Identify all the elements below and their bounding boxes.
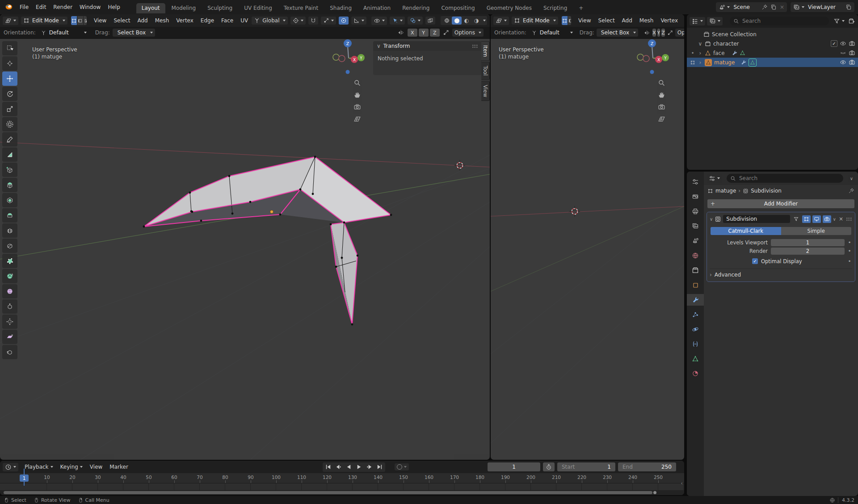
vertex-select-button[interactable] bbox=[71, 16, 77, 25]
region-collapse-arrow[interactable]: ‹ bbox=[681, 480, 683, 486]
play-button[interactable] bbox=[354, 463, 364, 471]
timeline-scroll-track[interactable] bbox=[0, 490, 684, 495]
timeline-ruler[interactable]: 1 10 20 30 40 50 60 70 80 90 bbox=[0, 473, 684, 483]
matuge-hide-eye-icon[interactable] bbox=[840, 59, 846, 66]
optimal-display-animate-dot[interactable]: • bbox=[848, 258, 851, 265]
mirror-z-button[interactable]: Z bbox=[430, 29, 440, 37]
tab-output[interactable] bbox=[687, 206, 704, 217]
tab-texture-paint[interactable]: Texture Paint bbox=[278, 3, 324, 13]
tool-rip-region[interactable] bbox=[2, 345, 17, 359]
menu-add-right[interactable]: Add bbox=[618, 17, 636, 24]
tab-modifiers[interactable] bbox=[687, 294, 704, 306]
character-expand-icon[interactable]: ∨ bbox=[698, 41, 702, 47]
play-reverse-button[interactable] bbox=[344, 463, 354, 471]
properties-search[interactable] bbox=[727, 174, 843, 183]
camera-view-icon[interactable] bbox=[353, 103, 361, 111]
tool-knife[interactable] bbox=[2, 239, 17, 253]
properties-options-button[interactable]: ∨ bbox=[848, 175, 855, 182]
timeline-scrollbar[interactable] bbox=[4, 491, 652, 494]
modifier-on-cage-toggle[interactable] bbox=[792, 215, 800, 223]
navigation-gizmo[interactable]: Z X Y bbox=[329, 38, 374, 78]
pin-id-icon[interactable] bbox=[848, 188, 854, 194]
tab-tool[interactable] bbox=[687, 176, 704, 188]
modifier-drag-handle[interactable] bbox=[846, 217, 852, 221]
transform-panel-header[interactable]: ∨ Transform bbox=[373, 41, 482, 51]
mirror-y-button[interactable]: Y bbox=[419, 29, 429, 37]
tab-animation[interactable]: Animation bbox=[358, 3, 396, 13]
menu-keying[interactable]: Keying bbox=[57, 464, 86, 470]
tab-world[interactable] bbox=[687, 250, 704, 261]
tool-add-cube[interactable] bbox=[2, 163, 17, 177]
tab-geometry-nodes[interactable]: Geometry Nodes bbox=[481, 3, 537, 13]
tool-loop-cut[interactable] bbox=[2, 223, 17, 238]
matuge-modifier-wrench-icon[interactable] bbox=[740, 59, 746, 65]
sidebar-tab-tool[interactable]: Tool bbox=[481, 62, 490, 80]
scene-selector[interactable]: Scene × bbox=[716, 2, 787, 12]
tool-edge-slide[interactable] bbox=[2, 299, 17, 314]
breadcrumb-modifier[interactable]: Subdivision bbox=[751, 188, 782, 194]
jump-to-start-button[interactable] bbox=[323, 463, 333, 471]
menu-window[interactable]: Window bbox=[76, 4, 104, 10]
properties-search-input[interactable] bbox=[738, 175, 840, 182]
menu-uv[interactable]: UV bbox=[237, 17, 252, 24]
tab-compositing[interactable]: Compositing bbox=[436, 3, 480, 13]
drag-dropdown-right[interactable]: Select Box bbox=[597, 29, 638, 37]
tool-shrink-fatten[interactable] bbox=[2, 315, 17, 329]
tool-move[interactable] bbox=[2, 71, 17, 86]
pin-scene-icon[interactable] bbox=[761, 4, 768, 10]
proportional-falloff-dropdown[interactable] bbox=[351, 17, 366, 25]
show-gizmo-dropdown[interactable] bbox=[390, 17, 405, 25]
prev-keyframe-button[interactable] bbox=[333, 463, 344, 471]
character-exclude-checkbox[interactable]: ✓ bbox=[831, 40, 837, 47]
face-expand-icon[interactable]: › bbox=[698, 50, 702, 56]
options-dropdown-right[interactable]: Options bbox=[675, 29, 684, 37]
blender-logo-icon[interactable] bbox=[4, 4, 13, 11]
sidebar-tab-item[interactable]: Item bbox=[481, 41, 490, 61]
mesh-matuge[interactable] bbox=[143, 156, 392, 326]
properties-editor-type-button[interactable] bbox=[707, 174, 722, 183]
face-meshdata-icon[interactable] bbox=[740, 50, 745, 56]
gizmo-neg-z-ball[interactable] bbox=[346, 70, 350, 74]
camera-view-icon-right[interactable] bbox=[658, 103, 665, 111]
unlink-scene-icon[interactable]: × bbox=[780, 4, 784, 10]
timeline-channel-area[interactable] bbox=[0, 483, 684, 490]
tool-extrude-region[interactable] bbox=[2, 178, 17, 192]
tool-select-box[interactable] bbox=[2, 41, 17, 55]
edge-select-button-right[interactable] bbox=[568, 16, 571, 25]
shading-solid-button[interactable] bbox=[452, 17, 462, 25]
tool-rotate[interactable] bbox=[2, 87, 17, 101]
tool-bevel[interactable] bbox=[2, 208, 17, 223]
mirror-icon[interactable] bbox=[397, 29, 404, 36]
tool-smooth[interactable] bbox=[2, 284, 17, 298]
jump-to-end-button[interactable] bbox=[374, 463, 385, 471]
perspective-toggle-icon-right[interactable] bbox=[658, 115, 665, 123]
outliner-row-matuge[interactable]: › matuge bbox=[687, 58, 858, 67]
modifier-collapse-icon[interactable]: ∨ bbox=[710, 217, 713, 222]
modifier-editmode-toggle[interactable] bbox=[802, 215, 811, 223]
menu-playback[interactable]: Playback bbox=[21, 464, 57, 470]
zoom-icon-right[interactable] bbox=[658, 79, 665, 87]
new-collection-icon[interactable] bbox=[848, 17, 855, 25]
menu-vertex[interactable]: Vertex bbox=[172, 17, 197, 24]
editor-type-button[interactable] bbox=[3, 17, 18, 25]
viewport-left[interactable]: Edit Mode View Select Add Mesh Vertex Ed… bbox=[0, 14, 490, 460]
snap-settings-dropdown[interactable] bbox=[321, 17, 336, 25]
character-hide-eye-icon[interactable] bbox=[840, 40, 846, 47]
menu-vertex-right[interactable]: Vertex bbox=[657, 17, 681, 24]
proportional-editing-toggle[interactable] bbox=[339, 17, 349, 25]
mirror-z-button-right[interactable]: Z bbox=[661, 29, 665, 37]
shading-rendered-button[interactable]: ◑ bbox=[471, 17, 481, 25]
viewport-left-canvas[interactable] bbox=[0, 14, 490, 460]
zoom-icon[interactable] bbox=[353, 79, 361, 87]
mode-dropdown-right[interactable]: Edit Mode bbox=[512, 17, 558, 25]
levels-viewport-field[interactable]: 1 bbox=[771, 239, 845, 246]
menu-file[interactable]: File bbox=[16, 4, 32, 10]
tab-view-layer[interactable] bbox=[687, 220, 704, 232]
perspective-toggle-icon[interactable] bbox=[353, 115, 361, 123]
matuge-render-camera-icon[interactable] bbox=[849, 59, 855, 66]
tool-poly-build[interactable] bbox=[2, 254, 17, 268]
navigation-gizmo-right[interactable]: Z X Y bbox=[633, 38, 678, 78]
tab-rendering[interactable]: Rendering bbox=[397, 3, 435, 13]
outliner-display-mode-button[interactable] bbox=[690, 17, 705, 25]
menu-edit[interactable]: Edit bbox=[32, 4, 50, 10]
